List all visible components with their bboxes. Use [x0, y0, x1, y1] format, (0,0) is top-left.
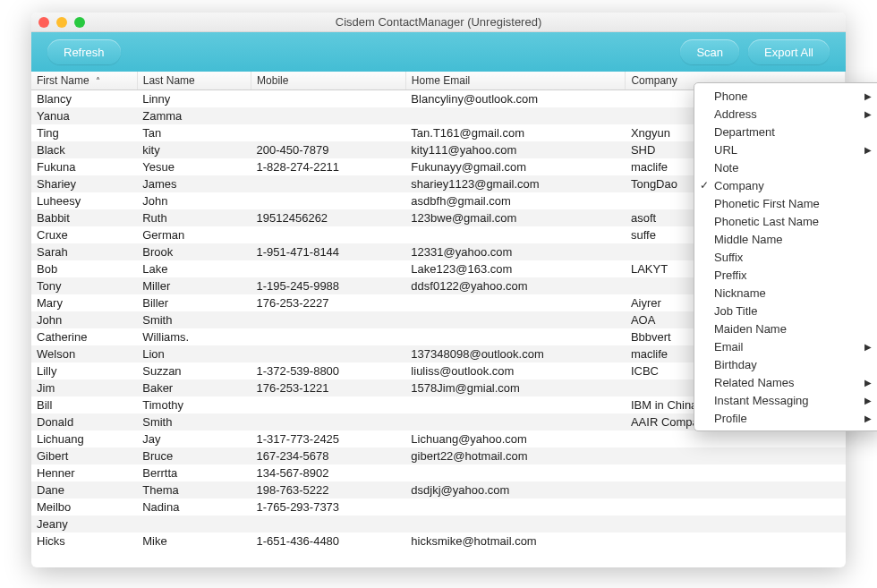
- table-row[interactable]: GibertBruce167-234-5678gibert22@hotmail.…: [31, 447, 846, 464]
- menu-item-label: Job Title: [714, 304, 757, 318]
- table-cell: Henner: [31, 464, 137, 481]
- table-cell: German: [137, 226, 251, 243]
- menu-item[interactable]: Nickname: [694, 284, 877, 302]
- table-cell: [251, 226, 406, 243]
- table-cell: Nadina: [137, 499, 251, 516]
- table-cell: Lilly: [31, 362, 137, 379]
- table-cell: Jay: [137, 430, 251, 447]
- table-cell: Ting: [31, 124, 137, 141]
- zoom-icon[interactable]: [74, 17, 85, 28]
- close-icon[interactable]: [38, 17, 49, 28]
- table-row[interactable]: Jeany: [31, 516, 846, 533]
- table-cell: John: [137, 192, 251, 209]
- table-cell: Fukuna: [31, 158, 137, 175]
- table-cell: [405, 294, 626, 311]
- menu-item[interactable]: Phonetic Last Name: [694, 212, 877, 230]
- table-row[interactable]: HicksMike1-651-436-4480hicksmike@hotmail…: [31, 533, 846, 550]
- table-cell: Lichuang: [31, 430, 137, 447]
- menu-item-label: Phonetic Last Name: [714, 215, 819, 228]
- export-all-button[interactable]: Export All: [748, 39, 830, 64]
- menu-item-label: Birthday: [714, 358, 757, 371]
- table-cell: [626, 516, 846, 533]
- table-cell: 1-195-245-9988: [251, 277, 406, 294]
- table-cell: [626, 447, 846, 464]
- table-row[interactable]: LichuangJay1-317-773-2425Lichuang@yahoo.…: [31, 430, 846, 447]
- table-cell: [251, 107, 406, 124]
- menu-item[interactable]: Related Names▶: [694, 373, 877, 391]
- table-cell: Jim: [31, 379, 137, 396]
- table-cell: hicksmike@hotmail.com: [405, 533, 626, 550]
- menu-item[interactable]: Maiden Name: [694, 320, 877, 337]
- menu-item[interactable]: Instant Messaging▶: [694, 391, 877, 409]
- chevron-right-icon: ▶: [864, 109, 872, 119]
- table-cell: gibert22@hotmail.com: [405, 447, 626, 464]
- menu-item-label: Address: [714, 107, 757, 121]
- menu-item-label: Middle Name: [714, 233, 783, 246]
- table-cell: Lion: [137, 345, 251, 362]
- table-cell: 1-651-436-4480: [251, 533, 406, 550]
- traffic-lights: [38, 17, 85, 28]
- menu-item-label: Department: [714, 125, 775, 139]
- table-cell: Biller: [137, 294, 251, 311]
- table-cell: [626, 430, 846, 447]
- table-cell: [405, 464, 626, 481]
- table-cell: Bill: [31, 396, 137, 413]
- menu-item-label: Maiden Name: [714, 322, 787, 336]
- table-cell: 167-234-5678: [251, 447, 406, 464]
- table-row[interactable]: HennerBerrtta134-567-8902: [31, 464, 846, 481]
- menu-item[interactable]: Middle Name: [694, 230, 877, 248]
- table-cell: Mike: [137, 533, 251, 550]
- table-cell: [251, 124, 406, 141]
- table-row[interactable]: MeilboNadina1-765-293-7373: [31, 499, 846, 516]
- minimize-icon[interactable]: [56, 17, 67, 28]
- column-context-menu: Phone▶Address▶DepartmentURL▶Note✓Company…: [694, 82, 877, 431]
- table-cell: Donald: [31, 413, 137, 430]
- toolbar: Refresh Scan Export All: [31, 32, 846, 72]
- menu-item[interactable]: Address▶: [694, 105, 877, 123]
- table-cell: kity111@yahoo.com: [405, 141, 626, 158]
- menu-item-label: URL: [714, 143, 737, 157]
- refresh-button[interactable]: Refresh: [47, 39, 121, 64]
- table-cell: Berrtta: [137, 464, 251, 481]
- col-home-email[interactable]: Home Email: [405, 72, 626, 90]
- menu-item[interactable]: URL▶: [694, 141, 877, 158]
- menu-item-label: Note: [714, 161, 738, 175]
- table-cell: 176-253-2227: [251, 294, 406, 311]
- table-cell: Miller: [137, 277, 251, 294]
- table-cell: Lake123@163.com: [405, 260, 626, 277]
- menu-item-label: Related Names: [714, 376, 795, 389]
- table-cell: Mary: [31, 294, 137, 311]
- col-last-name[interactable]: Last Name: [137, 72, 251, 90]
- menu-item[interactable]: ✓Company: [694, 176, 877, 194]
- table-cell: Babbit: [31, 209, 137, 226]
- col-first-name[interactable]: First Name ˄: [31, 72, 137, 90]
- sort-asc-icon: ˄: [96, 76, 100, 86]
- table-cell: [626, 464, 846, 481]
- menu-item[interactable]: Birthday: [694, 355, 877, 373]
- menu-item[interactable]: Phone▶: [694, 87, 877, 105]
- table-cell: [626, 533, 846, 550]
- menu-item[interactable]: Email▶: [694, 337, 877, 355]
- table-row[interactable]: DaneThema198-763-5222dsdjkj@yahoo.com: [31, 481, 846, 499]
- table-cell: [405, 226, 626, 243]
- menu-item[interactable]: Phonetic First Name: [694, 194, 877, 212]
- table-cell: 1-765-293-7373: [251, 499, 406, 516]
- menu-item[interactable]: Suffix: [694, 248, 877, 266]
- menu-item[interactable]: Department: [694, 123, 877, 141]
- menu-item-label: Suffix: [714, 251, 743, 264]
- menu-item-label: Company: [714, 179, 764, 192]
- menu-item-label: Nickname: [714, 286, 766, 300]
- col-first-name-label: First Name: [37, 74, 89, 87]
- table-cell: Brook: [137, 243, 251, 260]
- table-cell: kity: [137, 141, 251, 158]
- chevron-right-icon: ▶: [864, 413, 872, 423]
- table-cell: [251, 260, 406, 277]
- menu-item[interactable]: Profile▶: [694, 409, 877, 427]
- scan-button[interactable]: Scan: [680, 39, 739, 64]
- col-mobile[interactable]: Mobile: [251, 72, 406, 90]
- menu-item[interactable]: Note: [694, 158, 877, 176]
- table-cell: Shariey: [31, 175, 137, 192]
- menu-item[interactable]: Preffix: [694, 266, 877, 284]
- menu-item[interactable]: Job Title: [694, 302, 877, 320]
- chevron-right-icon: ▶: [864, 145, 872, 155]
